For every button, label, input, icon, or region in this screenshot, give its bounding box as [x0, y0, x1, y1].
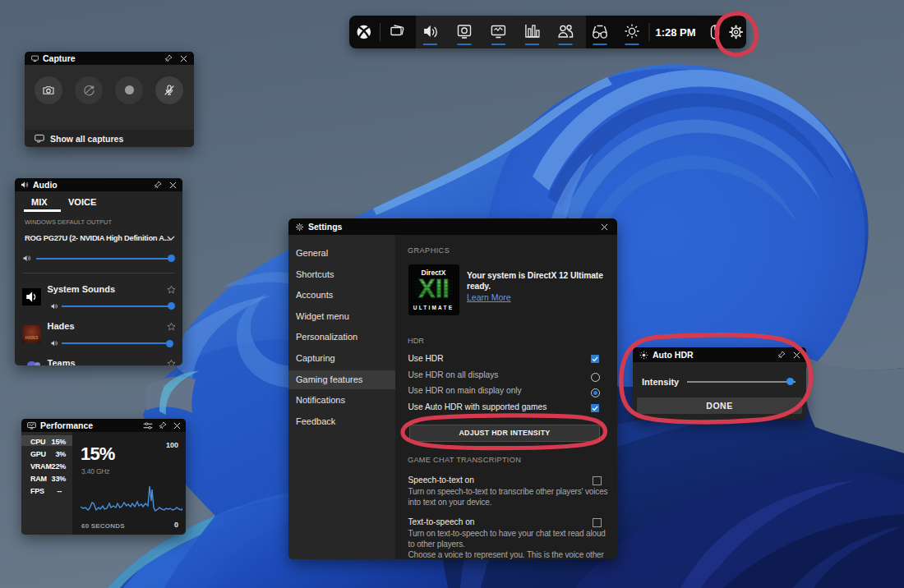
svg-text:1:28 PM: 1:28 PM — [655, 26, 695, 39]
svg-text:XII: XII — [418, 275, 450, 303]
